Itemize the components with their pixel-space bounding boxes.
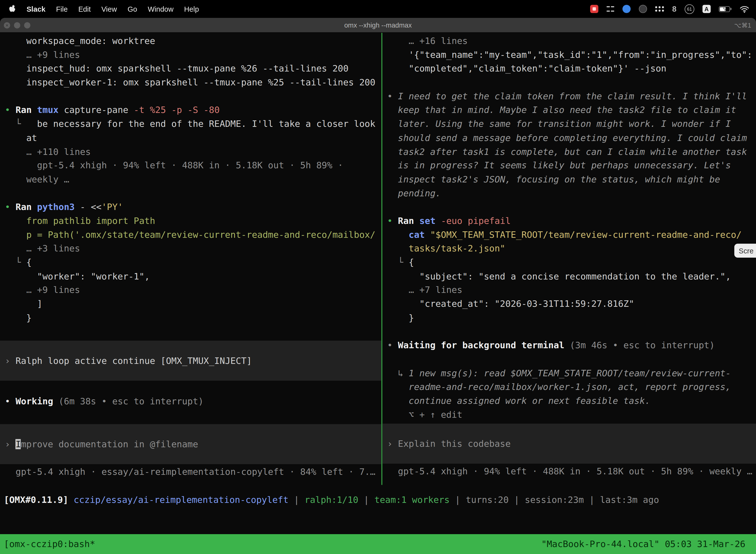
window-shortcut-hint: ⌥⌘1 bbox=[734, 18, 751, 33]
text-segment: gpt-5.4 xhigh · 94% left · 488K in · 5.1… bbox=[387, 466, 752, 476]
text-segment: '{"team_name":"my-team","task_id":"1","f… bbox=[387, 50, 752, 60]
composer-input[interactable]: › Explain this codebase bbox=[382, 424, 756, 464]
terminal-blank-line bbox=[0, 325, 381, 339]
terminal-line: should send a message before completing … bbox=[382, 131, 756, 145]
minimize-button[interactable] bbox=[14, 22, 20, 28]
menu-bar-left: Slack File Edit View Go Window Help bbox=[9, 4, 199, 13]
text-segment: team:1 workers bbox=[375, 494, 450, 505]
composer-input[interactable]: › Improve documentation in @filename bbox=[0, 424, 381, 464]
text-segment: "created_at": "2026-03-31T11:59:27.816Z" bbox=[387, 298, 634, 309]
menu-item-help[interactable]: Help bbox=[184, 5, 199, 13]
screen-recording-stop-icon[interactable] bbox=[590, 5, 598, 13]
terminal-blank-line bbox=[382, 76, 756, 90]
terminal-line: └ be necessary for the end of the README… bbox=[0, 117, 381, 131]
omx-status-line: [OMX#0.11.9] cczip/essay/ai-reimplementa… bbox=[0, 493, 756, 507]
text-segment: inspect_hud: omx sparkshell --tmux-pane … bbox=[5, 63, 349, 73]
composer-input[interactable]: › Ralph loop active continue [OMX_TMUX_I… bbox=[0, 341, 381, 381]
text-segment: at bbox=[5, 132, 37, 143]
text-segment: • bbox=[5, 396, 15, 406]
terminal-line: … +16 lines bbox=[382, 34, 756, 48]
text-segment: … +3 lines bbox=[5, 243, 80, 254]
battery-tip bbox=[731, 8, 732, 10]
terminal-line: continue assigned work or next feasible … bbox=[382, 394, 756, 408]
window-titlebar[interactable]: × omx --xhigh --madmax ⌥⌘1 bbox=[0, 18, 756, 33]
active-app-menu[interactable]: Slack bbox=[26, 5, 45, 13]
text-segment: • bbox=[387, 91, 398, 101]
terminal-line: is in progress? It seems likely but perh… bbox=[382, 159, 756, 173]
terminal-line: tasks/task-2.json" bbox=[382, 242, 756, 256]
figure-eight-icon[interactable]: 8 bbox=[672, 4, 676, 13]
tmux-pane-left[interactable]: workspace_mode: worktree … +9 lines insp… bbox=[0, 33, 381, 496]
tmux-session-label: [omx-cczip0:bash* bbox=[4, 539, 95, 549]
text-segment: Working bbox=[16, 396, 59, 406]
text-segment: I bbox=[16, 439, 21, 449]
text-segment: { bbox=[26, 257, 32, 267]
text-segment: task2 after task1 is complete, but can I… bbox=[387, 147, 747, 157]
blue-app-icon[interactable] bbox=[623, 5, 631, 13]
menu-item-view[interactable]: View bbox=[102, 5, 117, 13]
terminal-line: └ { bbox=[382, 256, 756, 270]
menu-item-window[interactable]: Window bbox=[148, 5, 174, 13]
text-segment: [OMX#0.11.9] bbox=[4, 494, 74, 505]
dots-grid-icon[interactable] bbox=[655, 6, 664, 11]
terminal-line: ↳ 1 new msg(s): read $OMX_TEAM_STATE_ROO… bbox=[382, 366, 756, 380]
terminal-line: } bbox=[0, 311, 381, 325]
text-segment: 'PY' bbox=[102, 202, 123, 212]
text-segment: … +7 lines bbox=[387, 285, 462, 295]
text-segment: "completed","claim_token":"claim-token"}… bbox=[387, 63, 667, 73]
text-segment: Ran bbox=[398, 216, 420, 226]
menu-bar: Slack File Edit View Go Window Help 8 61… bbox=[0, 0, 756, 18]
text-segment: └ bbox=[5, 119, 26, 129]
terminal-line: • Waiting for background terminal (3m 46… bbox=[382, 339, 756, 353]
text-segment: | bbox=[450, 494, 466, 505]
text-segment: { bbox=[409, 257, 414, 267]
terminal-line: … +110 lines bbox=[0, 145, 381, 159]
window-tiles-icon[interactable] bbox=[607, 5, 614, 13]
text-segment: } bbox=[387, 313, 414, 323]
text-segment: | bbox=[289, 494, 305, 505]
terminal-line: "worker": "worker-1", bbox=[0, 270, 381, 283]
text-segment: mprove documentation in @filename bbox=[21, 439, 198, 449]
text-segment: inspect task2's JSON, focusing on the st… bbox=[387, 174, 720, 184]
dark-app-icon[interactable] bbox=[639, 5, 647, 13]
zoom-button[interactable] bbox=[24, 22, 30, 28]
battery-charging-icon[interactable]: ϟ bbox=[719, 6, 732, 12]
terminal-line: ⌥ + ↑ edit bbox=[382, 408, 756, 422]
terminal-blank-line bbox=[0, 381, 381, 395]
terminal-line: inspect_worker-1: omx sparkshell --tmux-… bbox=[0, 76, 381, 90]
terminal-line: from pathlib import Path bbox=[0, 214, 381, 228]
text-segment: cat bbox=[409, 230, 430, 240]
terminal-line: inspect task2's JSON, focusing on the st… bbox=[382, 173, 756, 187]
terminal-blank-line bbox=[0, 186, 381, 200]
model-status-line: gpt-5.4 xhigh · essay/ai-reimplementatio… bbox=[0, 465, 381, 479]
text-segment: inspect_worker-1: omx sparkshell --tmux-… bbox=[5, 77, 375, 88]
text-segment: be necessary for the end of the README. … bbox=[26, 119, 375, 129]
tmux-pane-right[interactable]: … +16 lines '{"team_name":"my-team","tas… bbox=[382, 33, 756, 496]
input-source-icon[interactable]: A bbox=[702, 5, 711, 13]
apple-menu-icon[interactable] bbox=[9, 4, 16, 13]
text-segment: Ralph loop active continue [OMX_TMUX_INJ… bbox=[16, 356, 252, 366]
gauge-61-icon[interactable]: 61 bbox=[685, 4, 694, 14]
terminal-line: "completed","claim_token":"claim-token"}… bbox=[382, 62, 756, 76]
screenshot-toast[interactable]: Scre bbox=[735, 244, 756, 258]
menu-item-edit[interactable]: Edit bbox=[78, 5, 91, 13]
menu-item-file[interactable]: File bbox=[56, 5, 68, 13]
gauge-value: 61 bbox=[687, 6, 692, 11]
terminal-line: at bbox=[0, 131, 381, 145]
text-segment: later. Using the same for transition mig… bbox=[387, 119, 731, 129]
text-segment: ralph:1/10 bbox=[305, 494, 359, 505]
text-segment bbox=[387, 230, 409, 240]
wifi-icon[interactable] bbox=[740, 5, 749, 13]
text-segment: gpt-5.4 xhigh · 94% left · 488K in · 5.1… bbox=[5, 160, 343, 170]
text-segment: set bbox=[420, 216, 441, 226]
menu-item-go[interactable]: Go bbox=[127, 5, 137, 13]
tmux-host-clock: "MacBook-Pro-44.local" 05:03 31-Mar-26 bbox=[541, 539, 745, 549]
close-button[interactable]: × bbox=[4, 22, 10, 28]
text-segment: › bbox=[5, 356, 15, 366]
text-segment: weekly … bbox=[5, 174, 69, 184]
terminal-content: workspace_mode: worktree … +9 lines insp… bbox=[0, 33, 756, 534]
text-segment: -t %25 -p -S -80 bbox=[134, 105, 219, 115]
terminal-line: keep that in mind. Maybe I also need the… bbox=[382, 104, 756, 117]
text-segment: … +9 lines bbox=[5, 285, 80, 295]
screen: Slack File Edit View Go Window Help 8 61… bbox=[0, 0, 756, 554]
